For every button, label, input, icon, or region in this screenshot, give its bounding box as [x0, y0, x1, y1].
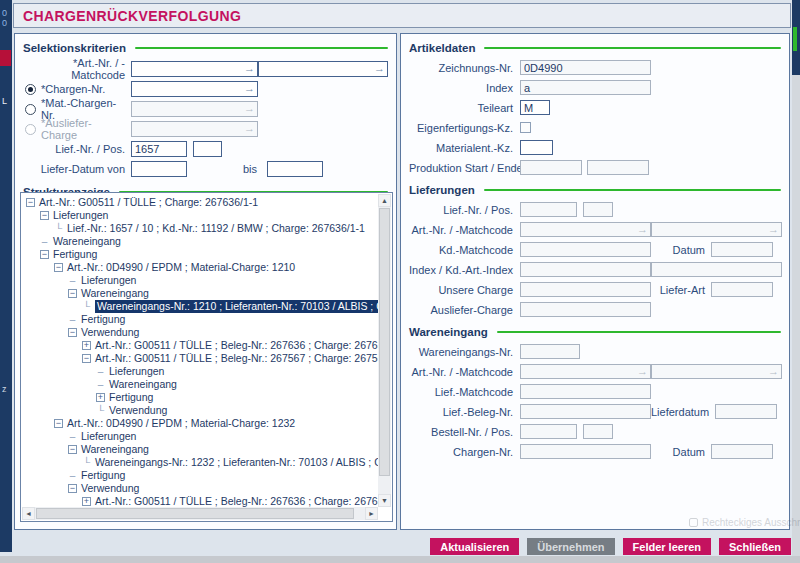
mat-chargen-nr-radio[interactable] [25, 104, 36, 115]
collapse-icon[interactable]: − [68, 328, 77, 337]
section-selektionskriterien: Selektionskriterien [23, 40, 388, 55]
expand-icon[interactable]: + [82, 341, 91, 350]
art-nr-input[interactable] [131, 61, 258, 77]
field-label: Kd.-Matchcode [409, 244, 513, 256]
tree-item[interactable]: −Fertigung [22, 248, 378, 261]
dialog-titlebar: CHARGENRÜCKVERFOLGUNG [13, 3, 791, 28]
tree-item[interactable]: –Wareneingang [22, 235, 378, 248]
tree-item[interactable]: +Art.-Nr.: G00511 / TÜLLE ; Beleg-Nr.: 2… [22, 339, 378, 352]
tree-item[interactable]: └Wareneingangs-Nr.: 1232 ; Lieferanten-N… [22, 456, 378, 469]
background-fragment: L [2, 96, 7, 106]
tree-item[interactable]: └Lief.-Nr.: 1657 / 10 ; Kd.-Nr.: 11192 /… [22, 222, 378, 235]
tree-item[interactable]: −Verwendung [22, 482, 378, 495]
we-art-nr-input [520, 364, 651, 379]
art-matchcode-input[interactable] [258, 61, 388, 77]
produktion-ende-input [587, 160, 649, 175]
lieferdatum-label: Lieferdatum [651, 406, 709, 418]
lf-art-nr-input [520, 222, 651, 237]
field-label: Chargen-Nr. [409, 446, 513, 458]
tree-item[interactable]: +Fertigung [22, 391, 378, 404]
tree-item[interactable]: +Art.-Nr.: G00511 / TÜLLE ; Beleg-Nr.: 2… [22, 495, 378, 507]
scroll-up-icon[interactable]: ▲ [378, 194, 391, 207]
field-label: Liefer-Datum von [23, 163, 125, 175]
lf-datum-input [711, 242, 773, 257]
produktion-start-input [520, 160, 582, 175]
tree-item[interactable]: −Verwendung [22, 326, 378, 339]
felder-leeren-button[interactable]: Felder leeren [623, 538, 711, 555]
background-fragment: 0 [2, 8, 7, 18]
scrollbar-thumb[interactable] [379, 208, 390, 476]
materialent-kz-input[interactable] [520, 140, 553, 155]
collapse-icon[interactable]: − [40, 211, 49, 220]
tree-item[interactable]: └Verwendung [22, 404, 378, 417]
vertical-scrollbar[interactable]: ▲ ▼ [378, 194, 391, 507]
scroll-right-icon[interactable]: ► [365, 507, 378, 520]
schliessen-button[interactable]: Schließen [719, 538, 791, 555]
chargen-nr-row: *Chargen-Nr. → [23, 80, 388, 98]
horizontal-scrollbar[interactable]: ◄ ► [22, 507, 378, 520]
lief-nr-input[interactable] [131, 141, 187, 157]
aktualisieren-button[interactable]: Aktualisieren [430, 538, 519, 555]
tree-item[interactable]: –Fertigung [22, 469, 378, 482]
we-lieferdatum-input [715, 404, 777, 419]
datum-label: Datum [673, 244, 705, 256]
lf-lief-pos-input [583, 202, 613, 217]
index-input [520, 80, 651, 95]
tree-item-label: Verwendung [81, 482, 139, 495]
expand-icon[interactable]: + [96, 393, 105, 402]
scroll-left-icon[interactable]: ◄ [22, 507, 35, 520]
ausliefer-charge-row: *Ausliefer-Charge → [23, 120, 388, 138]
tree-item-label: Art.-Nr.: G00511 / TÜLLE ; Beleg-Nr.: 26… [95, 352, 378, 365]
tree-connector: – [68, 313, 77, 326]
background-fragment [793, 27, 797, 51]
collapse-icon[interactable]: − [68, 445, 77, 454]
scroll-down-icon[interactable]: ▼ [378, 494, 391, 507]
chargen-nr-radio[interactable] [25, 84, 36, 95]
index-row: Index [409, 80, 781, 95]
tree-item[interactable]: −Art.-Nr.: 0D4990 / EPDM ; Material-Char… [22, 417, 378, 430]
teileart-input[interactable] [520, 100, 550, 115]
tree-item[interactable]: –Wareneingang [22, 378, 378, 391]
tree-item-label: Wareneingang [81, 443, 149, 456]
collapse-icon[interactable]: − [40, 250, 49, 259]
field-label: Wareneingangs-Nr. [409, 346, 513, 358]
lief-pos-input[interactable] [193, 141, 222, 157]
ghost-label: Rechteckiges Ausschneiden [702, 517, 800, 528]
tree-connector: – [96, 378, 105, 391]
tree-item-label: Fertigung [109, 391, 153, 404]
expand-icon[interactable]: + [82, 497, 91, 506]
background-fragment: z [2, 384, 7, 394]
liefer-datum-von-input[interactable] [131, 161, 187, 177]
tree-item[interactable]: −Wareneingang [22, 443, 378, 456]
collapse-icon[interactable]: − [68, 289, 77, 298]
we-art-nr-row: Art.-Nr. / -Matchcode → → [409, 364, 781, 379]
collapse-icon[interactable]: − [54, 263, 63, 272]
tree-item-label: Art.-Nr.: G00511 / TÜLLE ; Beleg-Nr.: 26… [95, 339, 378, 352]
tree-item[interactable]: −Art.-Nr.: G00511 / TÜLLE ; Beleg-Nr.: 2… [22, 352, 378, 365]
collapse-icon[interactable]: − [26, 198, 35, 207]
chargen-nr-input[interactable] [131, 81, 258, 97]
background-window-right-edge [792, 0, 800, 75]
ausliefer-charge-radio [25, 124, 36, 135]
we-lief-beleg-nr-input [520, 404, 651, 419]
collapse-icon[interactable]: − [54, 419, 63, 428]
tree-item[interactable]: └Wareneingangs-Nr.: 1210 ; Lieferanten-N… [22, 300, 378, 313]
tree-item[interactable]: −Wareneingang [22, 287, 378, 300]
tree-item[interactable]: −Lieferungen [22, 209, 378, 222]
zeichnungs-nr-input [520, 60, 651, 75]
rect-snip-icon [689, 518, 698, 527]
tree-item[interactable]: –Lieferungen [22, 274, 378, 287]
chargenrueckverfolgung-dialog: 0 0 L z CHARGENRÜCKVERFOLGUNG Selektions… [0, 0, 800, 563]
collapse-icon[interactable]: − [68, 484, 77, 493]
materialent-kz-row: Materialent.-Kz. [409, 140, 781, 155]
tree-item[interactable]: –Lieferungen [22, 365, 378, 378]
scrollbar-thumb[interactable] [36, 508, 354, 519]
tree-item[interactable]: –Lieferungen [22, 430, 378, 443]
tree-connector: – [96, 365, 105, 378]
tree-item[interactable]: −Art.-Nr.: G00511 / TÜLLE ; Charge: 2676… [22, 196, 378, 209]
liefer-datum-bis-input[interactable] [267, 161, 323, 177]
tree-item[interactable]: –Fertigung [22, 313, 378, 326]
collapse-icon[interactable]: − [82, 354, 91, 363]
tree-item[interactable]: −Art.-Nr.: 0D4990 / EPDM ; Material-Char… [22, 261, 378, 274]
lf-lief-nr-input [520, 202, 577, 217]
